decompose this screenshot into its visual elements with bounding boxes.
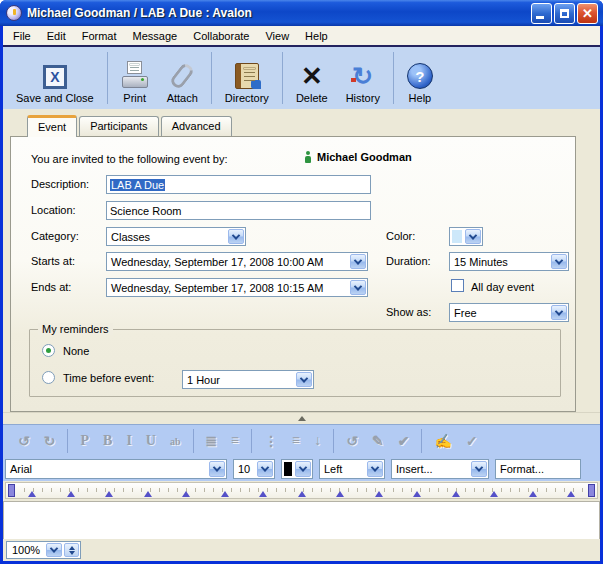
tab-stop-marker[interactable]	[28, 491, 36, 497]
tab-stop-marker[interactable]	[221, 491, 229, 497]
ends-at-value: Wednesday, September 17, 2008 10:15 AM	[107, 279, 349, 296]
chevron-down-icon[interactable]	[551, 254, 567, 269]
menu-format[interactable]: Format	[74, 28, 125, 44]
tab-advanced[interactable]: Advanced	[161, 116, 232, 136]
font-family-value: Arial	[6, 460, 208, 478]
reminder-time-select[interactable]: 1 Hour	[182, 370, 314, 389]
save-and-close-button[interactable]: X Save and Close	[7, 50, 103, 106]
spell-check-icon[interactable]: ✓	[459, 433, 485, 450]
event-tab-panel: You are invited to the following event b…	[10, 136, 576, 412]
redo-icon[interactable]: ↻	[37, 433, 63, 450]
menu-help[interactable]: Help	[297, 28, 336, 44]
chevron-down-icon[interactable]	[465, 229, 481, 244]
attach-button[interactable]: Attach	[158, 50, 207, 106]
tab-stop-marker[interactable]	[567, 491, 575, 497]
menu-message[interactable]: Message	[125, 28, 186, 44]
menu-collaborate[interactable]: Collaborate	[185, 28, 257, 44]
tab-stop-marker[interactable]	[259, 491, 267, 497]
chevron-down-icon[interactable]	[551, 305, 567, 320]
font-family-select[interactable]: Arial	[5, 459, 227, 479]
left-margin-marker[interactable]	[8, 484, 15, 497]
undo-icon[interactable]: ↺	[11, 433, 37, 450]
message-body[interactable]	[3, 501, 600, 539]
pen-icon[interactable]: ✎	[365, 433, 391, 450]
tab-stop-marker[interactable]	[413, 491, 421, 497]
close-button[interactable]: ✕	[577, 3, 598, 24]
revert-icon[interactable]: ↺	[339, 433, 365, 450]
chevron-down-icon[interactable]	[350, 254, 366, 269]
reminder-time-option[interactable]: Time before event:	[42, 371, 154, 384]
show-as-select[interactable]: Free	[449, 303, 569, 322]
ruler[interactable]	[5, 482, 598, 499]
chevron-down-icon[interactable]	[257, 461, 273, 477]
insert-select[interactable]: Insert...	[391, 459, 489, 479]
fixed-width-icon[interactable]: ab	[163, 436, 188, 447]
format-select[interactable]: Format...	[495, 459, 581, 479]
tab-stop-marker[interactable]	[67, 491, 75, 497]
chevron-down-icon[interactable]	[295, 461, 311, 477]
line-spacing-icon[interactable]: ≡	[285, 433, 307, 449]
tab-stop-marker[interactable]	[490, 491, 498, 497]
indent-icon[interactable]: ≣	[199, 433, 225, 450]
radio-unselected-icon[interactable]	[42, 371, 55, 384]
menu-file[interactable]: File	[5, 28, 39, 44]
description-input[interactable]: LAB A Due	[106, 175, 371, 194]
tab-event[interactable]: Event	[27, 115, 77, 137]
chevron-down-icon[interactable]	[46, 543, 62, 557]
menu-view[interactable]: View	[257, 28, 297, 44]
help-button[interactable]: ? Help	[398, 50, 442, 106]
right-margin-marker[interactable]	[588, 484, 595, 497]
radio-selected-icon[interactable]	[42, 344, 55, 357]
plain-style-icon[interactable]: P	[73, 433, 96, 449]
maximize-button[interactable]	[554, 3, 575, 24]
tab-stop-marker[interactable]	[105, 491, 113, 497]
chevron-down-icon[interactable]	[296, 372, 312, 387]
insert-below-icon[interactable]: ↓	[307, 433, 328, 449]
tab-stop-marker[interactable]	[452, 491, 460, 497]
menu-edit[interactable]: Edit	[39, 28, 74, 44]
delete-button[interactable]: ✕ Delete	[287, 50, 337, 106]
italic-icon[interactable]: I	[119, 433, 138, 449]
font-size-value: 10	[234, 460, 256, 478]
font-size-select[interactable]: 10	[233, 459, 275, 479]
chevron-down-icon[interactable]	[228, 229, 244, 244]
printer-icon	[121, 57, 149, 89]
color-select[interactable]	[449, 227, 483, 246]
ends-at-select[interactable]: Wednesday, September 17, 2008 10:15 AM	[106, 278, 368, 297]
underline-icon[interactable]: U	[139, 433, 163, 449]
category-select[interactable]: Classes	[106, 227, 246, 246]
approve-icon[interactable]: ✔	[391, 433, 417, 450]
zoom-control[interactable]: 100%	[6, 541, 81, 559]
location-input[interactable]: Science Room	[106, 201, 371, 220]
font-color-select[interactable]	[281, 459, 313, 479]
signature-icon[interactable]: ✍	[427, 433, 458, 450]
tab-stop-marker[interactable]	[529, 491, 537, 497]
print-button[interactable]: Print	[112, 50, 158, 106]
starts-at-select[interactable]: Wednesday, September 17, 2008 10:00 AM	[106, 252, 368, 271]
reminder-none-option[interactable]: None	[42, 344, 89, 357]
tab-stop-marker[interactable]	[298, 491, 306, 497]
chevron-down-icon[interactable]	[209, 461, 225, 477]
maximize-icon	[560, 9, 569, 18]
my-reminders-group: My reminders None Time before event: 1 H…	[29, 329, 561, 397]
paragraph-spacing-icon[interactable]: ⋮	[257, 433, 285, 450]
chevron-down-icon[interactable]	[350, 280, 366, 295]
minimize-button[interactable]	[531, 3, 552, 24]
chevron-down-icon[interactable]	[471, 461, 487, 477]
tab-stop-marker[interactable]	[336, 491, 344, 497]
zoom-spinner[interactable]	[64, 543, 79, 557]
all-day-checkbox[interactable]	[451, 279, 464, 292]
directory-button[interactable]: Directory	[216, 50, 278, 106]
history-button[interactable]: ↻ History	[337, 50, 389, 106]
pane-splitter[interactable]	[3, 412, 600, 424]
duration-select[interactable]: 15 Minutes	[449, 252, 569, 271]
chevron-down-icon[interactable]	[367, 461, 383, 477]
alignment-select[interactable]: Left	[319, 459, 385, 479]
tab-participants[interactable]: Participants	[79, 116, 158, 136]
bold-icon[interactable]: B	[96, 433, 119, 449]
show-as-label: Show as:	[386, 306, 431, 318]
tab-stop-marker[interactable]	[182, 491, 190, 497]
outdent-icon[interactable]: ≡	[224, 433, 246, 449]
tab-stop-marker[interactable]	[375, 491, 383, 497]
tab-stop-marker[interactable]	[144, 491, 152, 497]
